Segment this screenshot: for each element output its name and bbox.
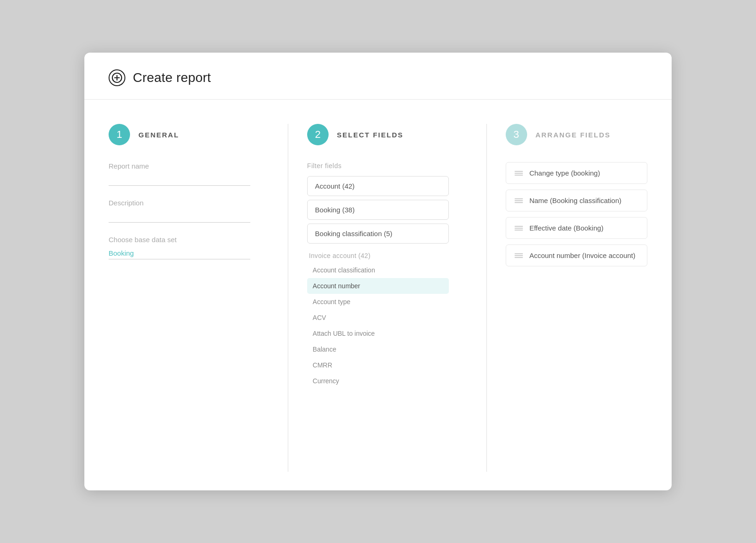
- base-dataset-value[interactable]: Booking: [109, 247, 250, 259]
- step3-header: 3 Arrange fields: [506, 124, 647, 145]
- filter-label: Filter fields: [307, 162, 449, 170]
- sublist-item-balance[interactable]: Balance: [307, 341, 449, 357]
- divider-1: [288, 124, 289, 472]
- description-label: Description: [109, 199, 250, 207]
- arrange-item-0[interactable]: Change type (booking): [506, 162, 647, 184]
- arrange-item-1[interactable]: Name (Booking classification): [506, 190, 647, 211]
- arrange-label-2: Effective date (Booking): [529, 224, 604, 232]
- report-name-label: Report name: [109, 162, 250, 170]
- step1-header: 1 GENERAL: [109, 124, 250, 145]
- sublist-item-account-type[interactable]: Account type: [307, 294, 449, 310]
- arrange-item-3[interactable]: Account number (Invoice account): [506, 244, 647, 266]
- divider-2: [486, 124, 487, 472]
- drag-handle-1: [515, 198, 523, 203]
- step2-label: Select fields: [337, 131, 404, 139]
- description-input[interactable]: [109, 210, 250, 223]
- page-title: Create report: [133, 70, 211, 85]
- step2-badge: 2: [307, 124, 329, 145]
- step-arrange-fields: 3 Arrange fields Change type (booking) N…: [506, 124, 647, 472]
- sublist-item-account-number[interactable]: Account number: [307, 278, 449, 294]
- main-content: 1 GENERAL Report name Description Choose…: [84, 100, 672, 490]
- arrange-label-3: Account number (Invoice account): [529, 251, 636, 259]
- step3-badge: 3: [506, 124, 527, 145]
- arrange-label-1: Name (Booking classification): [529, 197, 622, 204]
- field-group-booking-classification[interactable]: Booking classification (5): [307, 224, 449, 244]
- field-group-booking[interactable]: Booking (38): [307, 200, 449, 220]
- page-header: Create report: [84, 53, 672, 100]
- step3-label: Arrange fields: [536, 131, 611, 139]
- sublist-header: Invoice account (42): [307, 247, 449, 262]
- sublist-item-acv[interactable]: ACV: [307, 310, 449, 326]
- sublist-item-currency[interactable]: Currency: [307, 373, 449, 389]
- step2-header: 2 Select fields: [307, 124, 449, 145]
- step1-badge: 1: [109, 124, 130, 145]
- report-name-field: Report name: [109, 162, 250, 186]
- invoice-account-sublist: Invoice account (42) Account classificat…: [307, 247, 449, 389]
- arrange-label-0: Change type (booking): [529, 169, 600, 177]
- drag-handle-0: [515, 171, 523, 176]
- step-select-fields: 2 Select fields Filter fields Account (4…: [307, 124, 467, 472]
- base-dataset-label: Choose base data set: [109, 236, 250, 244]
- arrange-item-2[interactable]: Effective date (Booking): [506, 217, 647, 239]
- description-field: Description: [109, 199, 250, 223]
- drag-handle-2: [515, 226, 523, 231]
- sublist-item-account-classification[interactable]: Account classification: [307, 262, 449, 278]
- sublist-item-attach-ubl[interactable]: Attach UBL to invoice: [307, 326, 449, 341]
- report-name-input[interactable]: [109, 174, 250, 186]
- field-group-account[interactable]: Account (42): [307, 176, 449, 196]
- main-window: Create report 1 GENERAL Report name Desc…: [84, 53, 672, 490]
- base-dataset-field: Choose base data set Booking: [109, 236, 250, 259]
- drag-handle-3: [515, 253, 523, 258]
- step-general: 1 GENERAL Report name Description Choose…: [109, 124, 269, 472]
- create-report-icon: [109, 69, 125, 86]
- sublist-item-cmrr[interactable]: CMRR: [307, 357, 449, 373]
- step1-label: GENERAL: [138, 131, 179, 139]
